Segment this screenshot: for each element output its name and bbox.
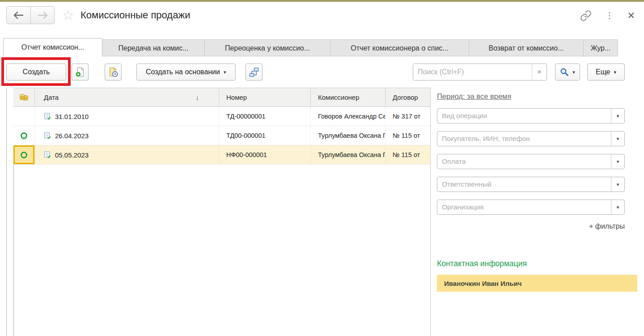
- column-header-date[interactable]: Дата ↓: [35, 88, 219, 106]
- column-header-number[interactable]: Номер: [219, 88, 311, 106]
- tab-commission-agent-report[interactable]: Отчет комиссион...: [3, 38, 102, 56]
- clear-icon: ×: [537, 68, 542, 77]
- document-date: 31.01.2010: [55, 113, 89, 120]
- contact-person-item[interactable]: Иваночкин Иван Ильич: [437, 275, 637, 292]
- header-icons: ⋮ ✕: [580, 10, 635, 21]
- period-link[interactable]: Период: за все время: [437, 92, 511, 101]
- filter-fields: Вид операции ▾ Покупатель, ИИН, телефон …: [437, 108, 625, 215]
- tab-agent-writeoff-report[interactable]: Отчет комиссионера о спис...: [330, 39, 469, 56]
- payment-status-circle-icon: [21, 152, 27, 158]
- agent-cell[interactable]: Говоров Александр Сергеевич: [311, 107, 386, 126]
- document-structure-icon: [249, 67, 259, 78]
- window-header: ☆ Комиссионные продажи ⋮ ✕: [0, 2, 644, 38]
- dropdown-button[interactable]: ▾: [611, 200, 624, 214]
- more-menu-button[interactable]: ⋮: [605, 10, 614, 21]
- date-column-label: Дата: [44, 94, 59, 101]
- documents-table: Дата ↓ Номер Комиссионер Договор: [13, 88, 430, 165]
- dropdown-button[interactable]: ▾: [611, 109, 624, 123]
- table-row[interactable]: 26.04.2023 ТД00-000001 Турлумбаева Оксан…: [13, 126, 430, 145]
- caret-down-icon: ▾: [572, 70, 575, 74]
- agent-name: Турлумбаева Оксана Георгиевна: [318, 151, 386, 158]
- tab-journal[interactable]: Жур...: [583, 39, 618, 56]
- create-based-on-button[interactable]: Создать на основании ▾: [136, 64, 236, 81]
- contract-cell[interactable]: № 115 от: [386, 145, 430, 164]
- caret-down-icon: ▾: [617, 204, 619, 210]
- history-nav-group: [6, 6, 55, 24]
- get-link-button[interactable]: [580, 10, 592, 21]
- contact-person-name: Иваночкин Иван Ильич: [444, 280, 522, 287]
- number-cell[interactable]: ТД-00000001: [219, 107, 311, 126]
- more-filters-link[interactable]: + фильтры: [437, 222, 625, 230]
- posted-document-icon: [44, 132, 51, 139]
- contact-info-heading: Контактная информация: [437, 259, 637, 268]
- column-header-payment[interactable]: [13, 88, 35, 106]
- number-cell[interactable]: ТД00-000001: [219, 126, 311, 145]
- filter-payment[interactable]: Оплата ▾: [437, 154, 625, 169]
- link-icon: [580, 10, 592, 21]
- dropdown-button[interactable]: ▾: [611, 177, 624, 191]
- filter-buyer[interactable]: Покупатель, ИИН, телефон ▾: [437, 131, 625, 146]
- page-title: Комиссионные продажи: [80, 9, 190, 21]
- filter-organization[interactable]: Организация ▾: [437, 200, 625, 215]
- table-header-row: Дата ↓ Номер Комиссионер Договор: [13, 88, 430, 107]
- tab-strip: Отчет комиссион... Передача на комис... …: [0, 38, 644, 56]
- contract-ref: № 317 от: [393, 113, 420, 120]
- dropdown-button[interactable]: ▾: [611, 132, 624, 146]
- contract-ref: № 115 от: [393, 151, 420, 158]
- payment-status-cell[interactable]: [13, 107, 35, 126]
- search-clear-button[interactable]: ×: [532, 64, 547, 80]
- more-actions-label: Еще: [596, 68, 610, 76]
- caret-down-icon: ▾: [617, 113, 619, 119]
- posted-document-icon: [44, 151, 51, 158]
- payment-status-cell[interactable]: [13, 126, 35, 145]
- new-document-icon: [75, 66, 85, 78]
- tab-transfer-to-commission[interactable]: Передача на комис...: [102, 39, 205, 56]
- filter-operation-type[interactable]: Вид операции ▾: [437, 108, 625, 123]
- search-options-button[interactable]: ▾: [555, 64, 580, 81]
- new-document-button[interactable]: [72, 64, 89, 81]
- filter-placeholder: Покупатель, ИИН, телефон: [442, 132, 530, 146]
- table-row-selected[interactable]: 05.05.2023 НФ00-000001 Турлумбаева Оксан…: [13, 145, 430, 165]
- close-window-button[interactable]: ✕: [627, 10, 635, 21]
- contract-ref: № 115 от: [393, 132, 420, 139]
- toolbar-right-group: × ▾ Еще ▾: [413, 64, 625, 81]
- tab-return-from-agent[interactable]: Возврат от комиссио...: [469, 39, 584, 56]
- copy-document-button[interactable]: [105, 64, 122, 81]
- filter-placeholder: Оплата: [442, 154, 466, 169]
- posted-document-icon: [44, 113, 51, 120]
- create-based-on-label: Создать на основании: [146, 68, 220, 76]
- create-button[interactable]: Создать: [6, 64, 66, 81]
- tab-revaluation-at-agent[interactable]: Переоценка у комиссио...: [204, 39, 330, 56]
- close-icon: ✕: [627, 10, 635, 21]
- date-cell[interactable]: 26.04.2023: [35, 126, 219, 145]
- forward-button[interactable]: [30, 7, 54, 24]
- agent-column-label: Комиссионер: [318, 94, 359, 101]
- dropdown-button[interactable]: ▾: [611, 154, 624, 169]
- column-header-agent[interactable]: Комиссионер: [311, 88, 386, 106]
- caret-down-icon: ▾: [617, 159, 619, 165]
- column-header-contract[interactable]: Договор: [386, 88, 430, 106]
- sort-descending-icon: ↓: [196, 94, 199, 101]
- table-left-border: [6, 88, 7, 336]
- favorite-star-icon[interactable]: ☆: [62, 8, 74, 22]
- number-column-label: Номер: [226, 94, 247, 101]
- more-actions-button[interactable]: Еще ▾: [587, 64, 625, 81]
- related-documents-button[interactable]: [246, 64, 263, 81]
- agent-cell[interactable]: Турлумбаева Оксана Георгиевна: [311, 126, 386, 145]
- payment-status-cell-focused[interactable]: [13, 145, 35, 164]
- back-button[interactable]: [7, 7, 30, 24]
- search-input[interactable]: [413, 64, 532, 80]
- caret-down-icon: ▾: [617, 182, 619, 187]
- list-toolbar: Создать Создать на основании: [0, 56, 644, 88]
- table-row[interactable]: 31.01.2010 ТД-00000001 Говоров Александр…: [13, 107, 430, 126]
- agent-cell[interactable]: Турлумбаева Оксана Георгиевна: [311, 145, 386, 164]
- date-cell[interactable]: 31.01.2010: [35, 107, 219, 126]
- caret-down-icon: ▾: [617, 136, 619, 142]
- document-number: ТД00-000001: [226, 132, 266, 139]
- filter-placeholder: Организация: [442, 200, 483, 214]
- filter-responsible[interactable]: Ответственный ▾: [437, 177, 625, 192]
- date-cell[interactable]: 05.05.2023: [35, 145, 219, 164]
- contract-cell[interactable]: № 317 от: [386, 107, 430, 126]
- contract-cell[interactable]: № 115 от: [386, 126, 430, 145]
- number-cell[interactable]: НФ00-000001: [219, 145, 311, 164]
